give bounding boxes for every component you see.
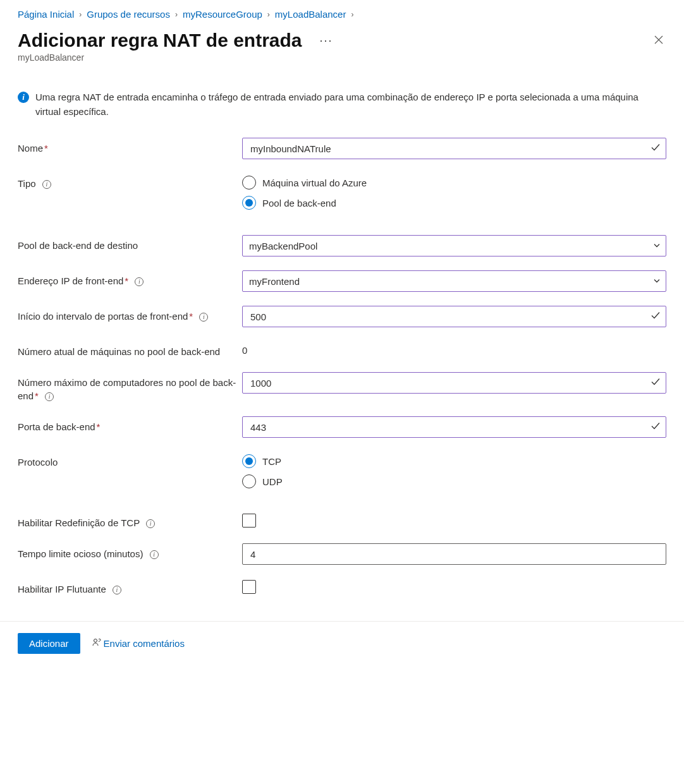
help-icon[interactable]: i [45,392,54,401]
type-radio-vm[interactable]: Máquina virtual do Azure [242,176,666,190]
svg-point-2 [94,639,97,642]
breadcrumb-resource-groups[interactable]: Grupos de recursos [87,9,170,20]
close-button[interactable] [651,32,666,49]
frontend-ip-select[interactable]: myFrontend [242,270,666,292]
backend-port-label: Porta de back-end* [18,416,242,433]
idle-timeout-input[interactable] [242,543,666,565]
chevron-right-icon: › [267,10,270,19]
check-icon [650,421,661,433]
current-machines-value: 0 [242,341,666,356]
close-icon [654,35,664,45]
info-icon: i [18,92,29,103]
type-radio-backend-pool[interactable]: Pool de back-end [242,196,666,210]
port-range-start-input[interactable] [242,306,666,327]
floating-ip-checkbox[interactable] [242,580,256,594]
idle-timeout-label: Tempo limite ocioso (minutos) i [18,543,242,560]
chevron-right-icon: › [175,10,178,19]
feedback-icon [92,637,102,649]
max-machines-input[interactable] [242,372,666,394]
footer: Adicionar Enviar comentários [0,621,684,669]
chevron-right-icon: › [351,10,353,19]
protocol-label: Protocolo [18,452,242,469]
breadcrumb-load-balancer[interactable]: myLoadBalancer [275,9,346,20]
help-icon[interactable]: i [42,180,51,189]
help-icon[interactable]: i [146,519,155,528]
backend-pool-select[interactable]: myBackendPool [242,235,666,256]
page-subtitle: myLoadBalancer [18,52,666,63]
port-range-start-label: Início do intervalo de portas de front-e… [18,306,242,323]
max-machines-label: Número máximo de computadores no pool de… [18,372,242,402]
chevron-right-icon: › [79,10,82,19]
tcp-reset-checkbox[interactable] [242,514,256,528]
info-text: Uma regra NAT de entrada encaminha o trá… [35,90,666,119]
add-button[interactable]: Adicionar [18,633,80,654]
help-icon[interactable]: i [150,550,159,559]
protocol-radio-udp[interactable]: UDP [242,474,666,488]
backend-port-input[interactable] [242,416,666,438]
chevron-down-icon [653,241,661,251]
help-icon[interactable]: i [199,313,208,322]
chevron-down-icon [653,276,661,287]
breadcrumb-home[interactable]: Página Inicial [18,9,74,20]
feedback-link[interactable]: Enviar comentários [92,637,185,649]
page-title: Adicionar regra NAT de entrada [18,30,302,51]
frontend-ip-label: Endereço IP de front-end* i [18,270,242,287]
help-icon[interactable]: i [113,586,121,594]
current-machines-label: Número atual de máquinas no pool de back… [18,341,242,358]
info-box: i Uma regra NAT de entrada encaminha o t… [18,90,666,119]
check-icon [650,143,661,155]
protocol-radio-tcp[interactable]: TCP [242,454,666,468]
backend-pool-label: Pool de back-end de destino [18,235,242,252]
type-label: Tipo i [18,173,242,190]
check-icon [650,311,661,323]
name-label: Nome* [18,138,242,155]
floating-ip-label: Habilitar IP Flutuante i [18,579,242,596]
page-header: Adicionar regra NAT de entrada ··· [18,30,666,51]
name-input[interactable] [242,138,666,159]
breadcrumb: Página Inicial › Grupos de recursos › my… [18,9,666,20]
help-icon[interactable]: i [135,277,144,286]
tcp-reset-label: Habilitar Redefinição de TCP i [18,512,242,529]
check-icon [650,377,661,389]
more-button[interactable]: ··· [315,32,338,50]
breadcrumb-resource-group[interactable]: myResourceGroup [183,9,262,20]
